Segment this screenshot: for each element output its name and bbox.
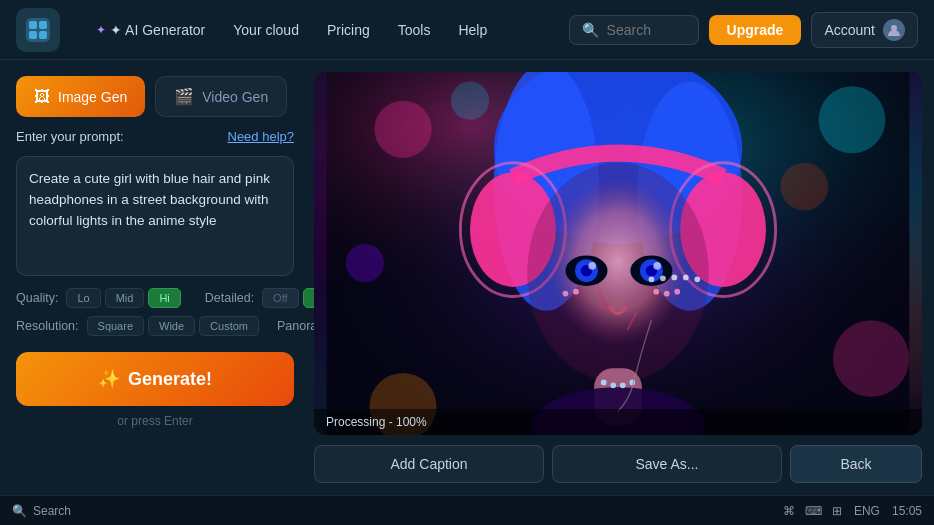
image-container: Processing - 100% <box>314 72 922 435</box>
taskbar-lang: ENG <box>854 504 880 518</box>
resolution-option: Resolution: Square Wide Custom Panoramic… <box>16 316 294 336</box>
taskbar-icon-keyboard: ⌨ <box>805 504 822 518</box>
quality-hi[interactable]: Hi <box>148 288 180 308</box>
nav-item-your-cloud[interactable]: Your cloud <box>221 16 311 44</box>
svg-point-27 <box>601 380 607 386</box>
svg-point-13 <box>780 163 828 211</box>
prompt-textarea[interactable]: Create a cute girl with blue hair and pi… <box>16 156 294 276</box>
resolution-pill-group: Square Wide Custom <box>87 316 259 336</box>
processing-text: Processing - 100% <box>326 415 427 429</box>
search-icon: 🔍 <box>582 22 599 38</box>
resolution-custom[interactable]: Custom <box>199 316 259 336</box>
svg-rect-1 <box>29 21 37 29</box>
svg-point-41 <box>674 289 680 295</box>
nav-links: ✦ ✦ AI Generator Your cloud Pricing Tool… <box>84 16 545 44</box>
avatar <box>883 19 905 41</box>
svg-point-15 <box>833 320 909 396</box>
nav-item-help[interactable]: Help <box>446 16 499 44</box>
left-panel: 🖼 Image Gen 🎬 Video Gen Enter your promp… <box>0 60 310 495</box>
taskbar-icon-cmd: ⌘ <box>783 504 795 518</box>
processing-bar: Processing - 100% <box>314 409 922 435</box>
add-caption-button[interactable]: Add Caption <box>314 445 544 483</box>
image-gen-icon: 🖼 <box>34 88 50 106</box>
svg-point-11 <box>451 82 489 120</box>
svg-point-10 <box>374 101 431 158</box>
svg-point-47 <box>660 275 666 281</box>
quality-mid[interactable]: Mid <box>105 288 145 308</box>
svg-rect-3 <box>29 31 37 39</box>
resolution-wide[interactable]: Wide <box>148 316 195 336</box>
tab-image-gen-label: Image Gen <box>58 89 127 105</box>
options-row: Quality: Lo Mid Hi Detailed: Off On Reso… <box>16 288 294 336</box>
svg-point-28 <box>610 382 616 388</box>
account-label: Account <box>824 22 875 38</box>
taskbar-right: ⌘ ⌨ ⊞ ENG 15:05 <box>783 504 922 518</box>
quality-label: Quality: <box>16 291 58 305</box>
svg-point-40 <box>664 291 670 297</box>
detailed-label: Detailed: <box>205 291 254 305</box>
nav-right: 🔍 Upgrade Account <box>569 12 918 48</box>
svg-point-46 <box>649 276 655 282</box>
quality-pill-group: Lo Mid Hi <box>66 288 180 308</box>
need-help-link[interactable]: Need help? <box>228 129 295 144</box>
or-press-label: or press Enter <box>16 414 294 428</box>
svg-point-29 <box>620 382 626 388</box>
tab-row: 🖼 Image Gen 🎬 Video Gen <box>16 76 294 117</box>
generate-button[interactable]: ✨ Generate! <box>16 352 294 406</box>
svg-point-14 <box>346 244 384 282</box>
svg-point-12 <box>819 86 886 153</box>
taskbar-icons: ⌘ ⌨ ⊞ <box>783 504 842 518</box>
upgrade-button[interactable]: Upgrade <box>709 15 802 45</box>
nav-item-ai-generator[interactable]: ✦ ✦ AI Generator <box>84 16 217 44</box>
navbar: ✦ ✦ AI Generator Your cloud Pricing Tool… <box>0 0 934 60</box>
search-input[interactable] <box>607 22 687 38</box>
tab-video-gen[interactable]: 🎬 Video Gen <box>155 76 287 117</box>
nav-item-pricing[interactable]: Pricing <box>315 16 382 44</box>
svg-rect-2 <box>39 21 47 29</box>
svg-point-37 <box>588 262 596 270</box>
taskbar-icon-settings: ⊞ <box>832 504 842 518</box>
taskbar-time: 15:05 <box>892 504 922 518</box>
search-bar[interactable]: 🔍 <box>569 15 699 45</box>
tab-video-gen-label: Video Gen <box>202 89 268 105</box>
svg-point-48 <box>671 275 677 281</box>
svg-point-50 <box>694 276 700 282</box>
video-gen-icon: 🎬 <box>174 87 194 106</box>
taskbar-search-icon: 🔍 <box>12 504 27 518</box>
main-content: 🖼 Image Gen 🎬 Video Gen Enter your promp… <box>0 60 934 495</box>
right-panel: Processing - 100% Add Caption Save As...… <box>310 60 934 495</box>
account-button[interactable]: Account <box>811 12 918 48</box>
svg-point-38 <box>653 262 661 270</box>
taskbar-search-label: Search <box>33 504 71 518</box>
prompt-label-row: Enter your prompt: Need help? <box>16 129 294 144</box>
generate-sparkle-icon: ✨ <box>98 368 120 390</box>
taskbar-search[interactable]: 🔍 Search <box>12 504 71 518</box>
quality-option: Quality: Lo Mid Hi Detailed: Off On <box>16 288 294 308</box>
action-bar: Add Caption Save As... Back <box>314 435 922 483</box>
nav-ai-label: ✦ AI Generator <box>110 22 205 38</box>
svg-point-24 <box>527 163 709 383</box>
detailed-off[interactable]: Off <box>262 288 298 308</box>
resolution-label: Resolution: <box>16 319 79 333</box>
sparkle-icon: ✦ <box>96 23 106 37</box>
save-as-button[interactable]: Save As... <box>552 445 782 483</box>
resolution-square[interactable]: Square <box>87 316 144 336</box>
back-button[interactable]: Back <box>790 445 922 483</box>
svg-point-51 <box>610 296 625 315</box>
generate-label: Generate! <box>128 369 212 390</box>
svg-point-42 <box>563 291 569 297</box>
svg-point-49 <box>683 275 689 281</box>
prompt-label: Enter your prompt: <box>16 129 124 144</box>
svg-point-43 <box>573 289 579 295</box>
app-logo[interactable] <box>16 8 60 52</box>
nav-item-tools[interactable]: Tools <box>386 16 443 44</box>
tab-image-gen[interactable]: 🖼 Image Gen <box>16 76 145 117</box>
quality-lo[interactable]: Lo <box>66 288 100 308</box>
svg-rect-4 <box>39 31 47 39</box>
ai-image <box>314 72 922 435</box>
taskbar: 🔍 Search ⌘ ⌨ ⊞ ENG 15:05 <box>0 495 934 525</box>
svg-point-39 <box>653 289 659 295</box>
